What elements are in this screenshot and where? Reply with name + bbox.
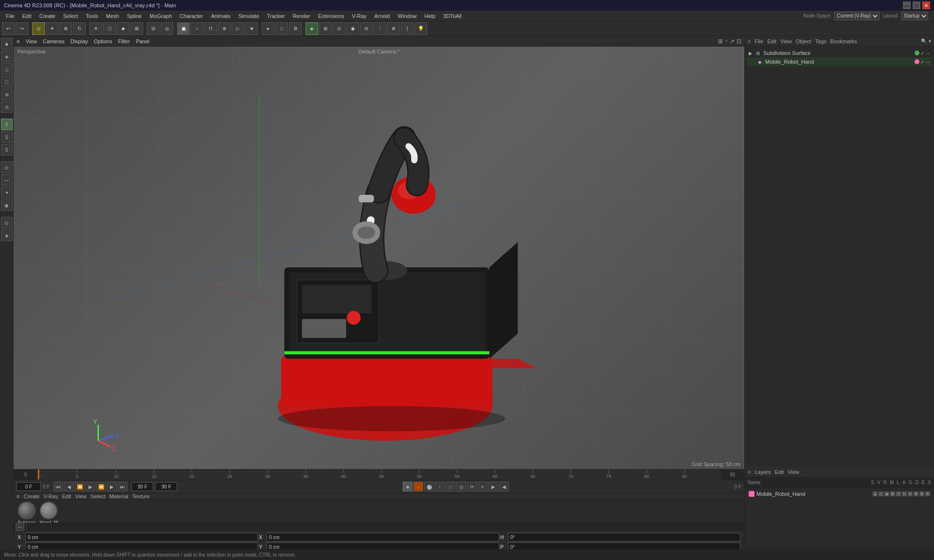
sidebar-s3-btn[interactable]: S [1, 144, 13, 156]
light-button[interactable]: ★ [245, 22, 258, 35]
null-button[interactable]: ⊕ [218, 22, 231, 35]
menu-vray[interactable]: V-Ray [348, 12, 371, 20]
sphere-button[interactable]: ○ [191, 22, 203, 35]
vp-icon-2[interactable]: ↑ [725, 38, 728, 45]
render-btn-7[interactable]: ⟳ [467, 482, 477, 491]
menu-render[interactable]: Render [289, 12, 314, 20]
layer-anim-btn[interactable]: ↗ [896, 491, 901, 496]
rotate-tool-button[interactable]: ↻ [73, 22, 86, 35]
sidebar-uvw-btn[interactable]: ⊘ [1, 101, 13, 113]
mat-menu-texture[interactable]: Texture [132, 493, 150, 499]
layout-select[interactable]: Startup [901, 12, 928, 20]
material-thumb-handm[interactable] [40, 502, 57, 519]
mode-poly-button[interactable]: ■ [117, 22, 129, 35]
subdivision-arrow[interactable]: → [925, 51, 930, 56]
material-item-handm[interactable]: Hand_M [39, 502, 58, 525]
menu-tools[interactable]: Tools [82, 12, 102, 20]
h-input[interactable] [508, 533, 740, 542]
layer-render-btn[interactable]: ■ [884, 491, 889, 496]
sidebar-dot-btn[interactable]: ◉ [1, 199, 13, 211]
robot-hand-check[interactable]: ✓ [920, 59, 924, 65]
coords-btn-1[interactable]: — [16, 523, 24, 531]
max-frame-input[interactable] [131, 482, 153, 491]
menu-window[interactable]: Window [394, 12, 420, 20]
layer-expr-btn[interactable]: ⊕ [914, 491, 918, 496]
layer-fx-btn[interactable]: ✦ [925, 491, 930, 496]
material-button[interactable]: ◉ [346, 22, 359, 35]
material-thumb-autonon[interactable] [18, 502, 36, 519]
obj-filter-icon[interactable]: ▾ [929, 38, 931, 44]
layer-lock-btn[interactable]: ⊞ [890, 491, 895, 496]
texture-axis-button[interactable]: ⊟ [147, 22, 160, 35]
prev-key-button[interactable]: ⏪ [75, 482, 85, 491]
mat-menu-view[interactable]: View [75, 493, 87, 499]
vp-menu-display[interactable]: Display [71, 38, 88, 44]
obj-menu-file[interactable]: File [754, 38, 763, 44]
mat-menu-select[interactable]: Select [90, 493, 106, 499]
render-button[interactable]: ▸ [262, 22, 274, 35]
render-btn-9[interactable]: ▶ [488, 482, 498, 491]
bg-button[interactable]: ⊞ [319, 22, 332, 35]
scale-tool-button[interactable]: ⊕ [59, 22, 72, 35]
menu-arnold[interactable]: Arnold [371, 12, 394, 20]
mat-menu-create[interactable]: Create [23, 493, 39, 499]
menu-simulate[interactable]: Simulate [234, 12, 263, 20]
render-btn-3[interactable]: ⬤ [424, 482, 434, 491]
menu-file[interactable]: File [2, 12, 18, 20]
node-space-select[interactable]: Current (V-Ray) [834, 12, 880, 20]
cylinder-button[interactable]: ⊓ [204, 22, 217, 35]
vp-icon-4[interactable]: ⊡ [736, 38, 741, 45]
obj-row-robot-hand[interactable]: ◆ Mobile_Robot_Hand ✓ → [747, 57, 932, 66]
material-item-autonon[interactable]: Autonon [18, 502, 36, 525]
vp-menu-view2[interactable]: View [25, 38, 37, 44]
render-btn-10[interactable]: ◀ [499, 482, 509, 491]
menu-3dtoall[interactable]: 3DToAll [439, 12, 466, 20]
light2-button[interactable]: 💡 [414, 22, 427, 35]
vp-menu-panel[interactable]: Panel [136, 38, 149, 44]
soft-select-button[interactable]: ◎ [161, 22, 173, 35]
mat-menu-material[interactable]: Material [109, 493, 128, 499]
vp-icon-3[interactable]: ↗ [730, 38, 735, 45]
x-scale-input[interactable] [267, 533, 499, 542]
render-btn-1[interactable]: ■ [403, 482, 413, 491]
layer-gen-btn[interactable]: ⊙ [908, 491, 913, 496]
render-btn-4[interactable]: ↕ [435, 482, 445, 491]
end-frame-input[interactable] [155, 482, 177, 491]
goto-start-button[interactable]: ⏮ [54, 482, 63, 491]
menu-tracker[interactable]: Tracker [263, 12, 289, 20]
obj-toolbar-hamburger[interactable]: ≡ [748, 38, 751, 44]
sidebar-pt-btn[interactable]: ⊕ [1, 88, 13, 100]
mode-points-button[interactable]: ✕ [90, 22, 102, 35]
sidebar-body-btn[interactable]: ◈ [1, 51, 13, 62]
mat-menu-edit[interactable]: Edit [62, 493, 71, 499]
obj-menu-tags[interactable]: Tags [815, 38, 826, 44]
menu-select[interactable]: Select [59, 12, 82, 20]
obj-search-icon[interactable]: 🔍 [921, 38, 927, 44]
cube-button[interactable]: ▣ [177, 22, 190, 35]
obj-row-subdivision[interactable]: ▶ ⊞ Subdivision Surface ✓ → [747, 49, 932, 57]
sidebar-s1-btn[interactable]: S [1, 119, 13, 130]
xpresso-button[interactable]: ⊗ [387, 22, 400, 35]
tag-button[interactable]: ⊘ [360, 22, 373, 35]
maximize-button[interactable]: □ [913, 1, 920, 9]
sky-button[interactable]: ⊙ [333, 22, 345, 35]
layer-vis-btn[interactable]: ○ [879, 491, 883, 496]
cam-button[interactable]: ▷ [232, 22, 244, 35]
goto-end-button[interactable]: ⏭ [118, 482, 127, 491]
timeline[interactable]: 0 051015202530354045505560657075808590 9… [14, 469, 744, 480]
next-frame-button[interactable]: ▶ [107, 482, 117, 491]
move-tool-button[interactable]: ✦ [46, 22, 58, 35]
obj-menu-edit[interactable]: Edit [767, 38, 776, 44]
render-region-button[interactable]: □ [275, 22, 288, 35]
sidebar-poly-btn[interactable]: △ [1, 63, 13, 75]
obj-menu-view[interactable]: View [780, 38, 792, 44]
render-btn-2[interactable]: ○ [413, 482, 423, 491]
sidebar-star-btn[interactable]: ✦ [1, 187, 13, 198]
obj-menu-bookmarks[interactable]: Bookmarks [830, 38, 857, 44]
sidebar-s2-btn[interactable]: S [1, 131, 13, 143]
timeline-ruler[interactable]: 051015202530354045505560657075808590 [38, 470, 720, 480]
sidebar-circle-btn[interactable]: ◎ [1, 161, 13, 173]
vp-menu-filter[interactable]: Filter [118, 38, 130, 44]
live-selection-button[interactable]: ◎ [32, 22, 45, 35]
close-button[interactable]: ✕ [922, 1, 930, 9]
